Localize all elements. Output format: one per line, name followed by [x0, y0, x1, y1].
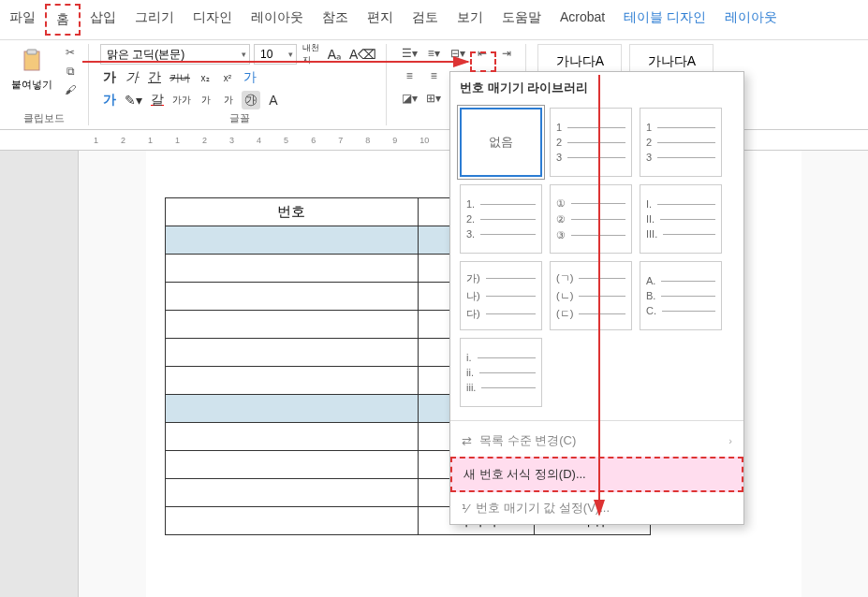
td[interactable]: [165, 423, 418, 451]
menu-layout[interactable]: 레이아웃: [242, 4, 313, 36]
grow-font-button[interactable]: 내천지: [301, 45, 321, 64]
menu-bar: 파일 홈 삽입 그리기 디자인 레이아웃 참조 편지 검토 보기 도움말 Acr…: [0, 0, 868, 40]
tile-line: I.: [646, 198, 652, 210]
tile-line: ③: [556, 229, 566, 241]
underline-button[interactable]: 간: [145, 68, 164, 87]
bullets-button[interactable]: ☰▾: [398, 44, 420, 63]
multilevel-button[interactable]: ⊟▾: [447, 44, 469, 63]
char-narrow-button[interactable]: 가: [219, 91, 238, 109]
numbering-tile[interactable]: 1 2 3: [640, 108, 722, 177]
paste-button[interactable]: 붙여넣기: [7, 44, 56, 94]
numbering-button[interactable]: ≡▾: [422, 44, 445, 63]
change-list-level-menu: ⇄ 목록 수준 변경(C) ›: [450, 425, 743, 457]
align-left-button[interactable]: ≡: [398, 66, 420, 85]
char-border-button[interactable]: A: [264, 91, 283, 109]
menu-view[interactable]: 보기: [448, 4, 493, 36]
menu-help[interactable]: 도움말: [493, 4, 551, 36]
text-color-button[interactable]: 가: [100, 91, 119, 109]
ribbon-clipboard-group: 붙여넣기 ✂ ⧉ 🖌 클립보드: [7, 44, 89, 125]
copy-button[interactable]: ⧉: [60, 63, 81, 80]
clear-format-button[interactable]: A⌫: [347, 45, 378, 64]
clipboard-label: 클립보드: [7, 109, 81, 125]
td[interactable]: [165, 226, 418, 255]
td[interactable]: [165, 451, 418, 479]
numbering-tile[interactable]: 1 2 3: [550, 108, 632, 177]
chevron-down-icon: ▾: [288, 50, 293, 59]
chevron-right-icon: ›: [728, 435, 732, 446]
td[interactable]: [165, 395, 418, 423]
ruler-tick: 6: [311, 136, 316, 145]
ruler-tick: 3: [229, 136, 234, 145]
format-painter-button[interactable]: 🖌: [60, 81, 81, 98]
font-label: 글꼴: [100, 109, 378, 125]
tile-line: (ㄴ): [556, 289, 573, 303]
tile-line: i.: [466, 352, 472, 363]
td[interactable]: [165, 367, 418, 395]
superscript-button[interactable]: x²: [218, 68, 237, 87]
menu-review[interactable]: 검토: [403, 4, 448, 36]
change-case-button[interactable]: Aₐ: [325, 45, 344, 64]
menu-references[interactable]: 참조: [313, 4, 358, 36]
td[interactable]: [165, 255, 418, 283]
strike-button[interactable]: 커너: [168, 68, 192, 87]
td[interactable]: [165, 339, 418, 367]
tile-line: 2.: [466, 213, 475, 225]
menu-table-design[interactable]: 테이블 디자인: [614, 4, 715, 36]
tile-line: II.: [646, 213, 655, 225]
menu-draw[interactable]: 그리기: [125, 4, 184, 36]
subscript-button[interactable]: x₂: [196, 68, 214, 87]
font-name-combo[interactable]: 맑은 고딕(본문)▾: [100, 44, 250, 65]
bold-button[interactable]: 가: [100, 68, 119, 87]
td[interactable]: [165, 311, 418, 339]
tile-line: 다): [466, 307, 480, 321]
numbering-tile[interactable]: 가) 나) 다): [460, 261, 542, 330]
th-number[interactable]: 번호: [165, 198, 418, 226]
menu-design[interactable]: 디자인: [184, 4, 242, 36]
ruler-tick: 4: [257, 136, 261, 145]
shading-button[interactable]: ◪▾: [398, 89, 420, 108]
navigation-pane[interactable]: [0, 151, 79, 597]
td[interactable]: [165, 507, 418, 535]
align-center-button[interactable]: ≡: [422, 66, 445, 85]
tile-line: (ㄷ): [556, 307, 573, 321]
char-widen-button[interactable]: 가: [197, 91, 215, 109]
menu-table-layout[interactable]: 레이아웃: [715, 4, 787, 36]
tile-line: 3: [556, 152, 562, 163]
text-effects-button[interactable]: 가: [241, 68, 259, 87]
font-name-value: 맑은 고딕(본문): [107, 47, 184, 63]
menu-file[interactable]: 파일: [0, 4, 45, 36]
menu-home[interactable]: 홈: [45, 4, 81, 36]
ruler-tick: 8: [365, 136, 370, 145]
tile-line: III.: [646, 228, 657, 240]
highlight-button[interactable]: ✎▾: [123, 91, 144, 109]
font-size-combo[interactable]: 10▾: [254, 44, 297, 65]
borders-button[interactable]: ⊞▾: [422, 89, 445, 108]
numbering-tile[interactable]: I. II. III.: [640, 184, 722, 254]
enclosed-char-button[interactable]: ㉮: [242, 91, 260, 109]
numbering-tile[interactable]: 1. 2. 3.: [460, 184, 542, 254]
font-color-button[interactable]: 갈: [148, 91, 167, 109]
ruler-tick: 1: [148, 136, 153, 145]
numbering-tile[interactable]: i. ii. iii.: [460, 338, 542, 407]
numbering-tile[interactable]: ① ② ③: [550, 184, 632, 254]
numbering-tile[interactable]: A. B. C.: [640, 261, 722, 330]
numbering-none-tile[interactable]: 없음: [460, 108, 542, 177]
italic-button[interactable]: 가: [123, 68, 141, 87]
cut-button[interactable]: ✂: [60, 44, 81, 61]
numbering-dropdown: 번호 매기기 라이브러리 없음 1 2 3 1 2 3 1. 2. 3. ① ②…: [449, 71, 744, 525]
set-numbering-value-menu: ⅟ 번호 매기기 값 설정(V)...: [450, 492, 743, 524]
increase-indent-button[interactable]: ⇥: [495, 44, 518, 63]
tile-line: 3: [646, 152, 652, 163]
char-shading-button[interactable]: 가가: [170, 91, 193, 109]
td[interactable]: [165, 283, 418, 311]
menu-insert[interactable]: 삽입: [81, 4, 125, 36]
menu-mailings[interactable]: 편지: [358, 4, 403, 36]
paste-label: 붙여넣기: [11, 78, 52, 92]
annotation-highlight-numbering: [470, 51, 496, 72]
menu-acrobat[interactable]: Acrobat: [551, 4, 614, 36]
numbering-tile[interactable]: (ㄱ) (ㄴ) (ㄷ): [550, 261, 632, 330]
define-new-number-format-menu[interactable]: 새 번호 서식 정의(D)...: [450, 457, 743, 492]
chevron-down-icon: ▾: [242, 50, 246, 59]
ruler-tick: 10: [419, 136, 429, 145]
td[interactable]: [165, 479, 418, 507]
